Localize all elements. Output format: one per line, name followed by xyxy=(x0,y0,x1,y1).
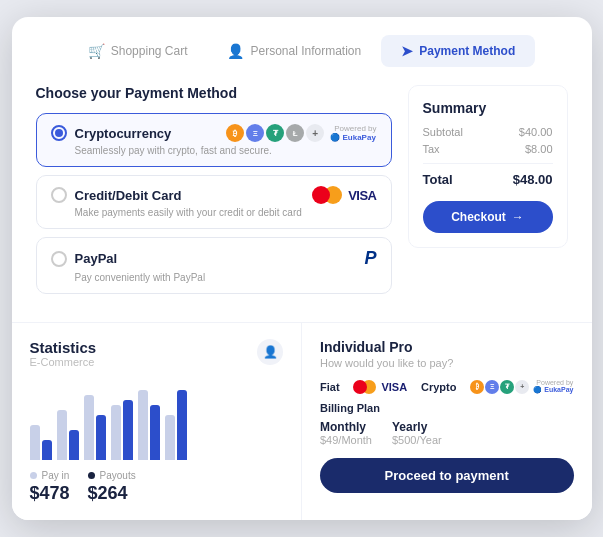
mastercard-icon xyxy=(312,186,342,204)
summary-tax-row: Tax $8.00 xyxy=(423,143,553,155)
usdt-small-icon: ₮ xyxy=(500,380,514,394)
arrow-icon: → xyxy=(512,210,524,224)
bar-6-dark xyxy=(177,390,187,460)
payment-option-card[interactable]: Credit/Debit Card VISA Make payments eas… xyxy=(36,175,392,229)
more-small-icon: + xyxy=(515,380,529,394)
paypal-icon: P xyxy=(364,248,376,269)
crypto-icons: ₿ Ξ ₮ Ł + Powered by 🔵 EukaPay xyxy=(226,124,376,142)
summary-section: Summary Subtotal $40.00 Tax $8.00 Total … xyxy=(408,85,568,248)
summary-subtotal-row: Subtotal $40.00 xyxy=(423,126,553,138)
top-section: 🛒 Shopping Cart 👤 Personal Information ➤… xyxy=(12,17,592,322)
card-desc: Make payments easily with your credit or… xyxy=(75,207,377,218)
summary-total-row: Total $48.00 xyxy=(423,172,553,187)
bar-4-dark xyxy=(123,400,133,460)
btc-small-icon: ₿ xyxy=(470,380,484,394)
bar-6-light xyxy=(165,415,175,460)
bar-2-dark xyxy=(69,430,79,460)
stat-pay-in: Pay in $478 xyxy=(30,470,70,504)
pro-card: Individual Pro How would you like to pay… xyxy=(302,323,592,520)
mastercard-small-icon xyxy=(353,380,376,394)
person-stats-icon: 👤 xyxy=(257,339,283,365)
bar-1-dark xyxy=(42,440,52,460)
eth-small-icon: Ξ xyxy=(485,380,499,394)
visa-icon: VISA xyxy=(348,188,376,203)
dot-dark xyxy=(88,472,95,479)
billing-options: Monthly $49/Month Yearly $500/Year xyxy=(320,420,574,446)
yearly-label: Yearly xyxy=(392,420,442,434)
bottom-section: Statistics E-Commerce 👤 xyxy=(12,322,592,520)
main-container: 🛒 Shopping Cart 👤 Personal Information ➤… xyxy=(12,17,592,520)
monthly-price: $49/Month xyxy=(320,434,372,446)
radio-card xyxy=(51,187,67,203)
payment-option-crypto[interactable]: Cryptocurrency ₿ Ξ ₮ Ł + Powered by 🔵 Eu… xyxy=(36,113,392,167)
monthly-label: Monthly xyxy=(320,420,372,434)
bar-2-light xyxy=(57,410,67,460)
payment-arrow-icon: ➤ xyxy=(401,43,413,59)
proceed-payment-button[interactable]: Proceed to payment xyxy=(320,458,574,493)
crypto-desc: Seamlessly pay with crypto, fast and sec… xyxy=(75,145,377,156)
billing-label: Billing Plan xyxy=(320,402,574,414)
bar-5-dark xyxy=(150,405,160,460)
bar-3-dark xyxy=(96,415,106,460)
yearly-price: $500/Year xyxy=(392,434,442,446)
crypto-label: Crypto xyxy=(421,381,456,393)
payment-option-paypal[interactable]: PayPal P Pay conveniently with PayPal xyxy=(36,237,392,294)
card-icons: VISA xyxy=(312,186,376,204)
stat-payouts-value: $264 xyxy=(88,483,136,504)
usdt-icon: ₮ xyxy=(266,124,284,142)
stats-subtitle: E-Commerce xyxy=(30,356,97,368)
stats-title: Statistics xyxy=(30,339,97,356)
payment-section: Choose your Payment Method Cryptocurrenc… xyxy=(36,85,392,302)
dot-light xyxy=(30,472,37,479)
pro-title: Individual Pro xyxy=(320,339,574,355)
billing-monthly[interactable]: Monthly $49/Month xyxy=(320,420,372,446)
cart-icon: 🛒 xyxy=(88,43,105,59)
payment-heading: Choose your Payment Method xyxy=(36,85,392,101)
pro-subtitle: How would you like to pay? xyxy=(320,357,574,369)
stat-pay-in-value: $478 xyxy=(30,483,70,504)
more-icon: + xyxy=(306,124,324,142)
step-shopping-cart[interactable]: 🛒 Shopping Cart xyxy=(68,35,208,67)
visa-small-icon: VISA xyxy=(381,381,407,393)
person-icon: 👤 xyxy=(227,43,244,59)
summary-divider xyxy=(423,163,553,164)
ltc-icon: Ł xyxy=(286,124,304,142)
checkout-button[interactable]: Checkout → xyxy=(423,201,553,233)
bar-4-light xyxy=(111,405,121,460)
fiat-icons: VISA xyxy=(353,380,407,394)
bar-3-light xyxy=(84,395,94,460)
crypto-icons-small: ₿ Ξ ₮ + Powered by 🔵 EukaPay xyxy=(470,379,573,394)
chart-area xyxy=(30,380,284,460)
radio-crypto xyxy=(51,125,67,141)
billing-yearly[interactable]: Yearly $500/Year xyxy=(392,420,442,446)
radio-paypal xyxy=(51,251,67,267)
summary-title: Summary xyxy=(423,100,553,116)
eth-icon: Ξ xyxy=(246,124,264,142)
fiat-row: Fiat VISA Crypto ₿ Ξ ₮ + Powered by xyxy=(320,379,574,394)
btc-icon: ₿ xyxy=(226,124,244,142)
fiat-label: Fiat xyxy=(320,381,340,393)
steps-nav: 🛒 Shopping Cart 👤 Personal Information ➤… xyxy=(36,35,568,67)
paypal-desc: Pay conveniently with PayPal xyxy=(75,272,377,283)
stats-bottom: Pay in $478 Payouts $264 xyxy=(30,470,284,504)
content-row: Choose your Payment Method Cryptocurrenc… xyxy=(36,85,568,302)
stat-payouts: Payouts $264 xyxy=(88,470,136,504)
bar-5-light xyxy=(138,390,148,460)
step-personal-info[interactable]: 👤 Personal Information xyxy=(207,35,381,67)
bar-1-light xyxy=(30,425,40,460)
stats-card: Statistics E-Commerce 👤 xyxy=(12,323,303,520)
step-payment-method[interactable]: ➤ Payment Method xyxy=(381,35,535,67)
